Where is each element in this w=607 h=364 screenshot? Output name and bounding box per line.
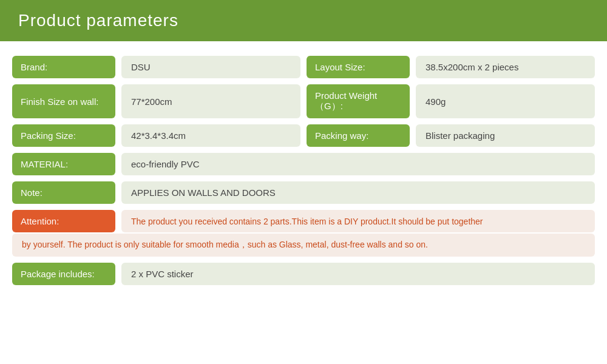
row-packing: Packing Size: 42*3.4*3.4cm Packing way: … — [12, 124, 595, 147]
value-note: APPLIES ON WALLS AND DOORS — [121, 181, 595, 204]
value-brand: DSU — [121, 56, 300, 78]
pair-packing-way: Packing way: Blister packaging — [307, 124, 595, 147]
label-attention: Attention: — [12, 210, 115, 232]
label-layout-size: Layout Size: — [307, 56, 410, 78]
page-title: Product parameters — [18, 11, 178, 30]
content: Brand: DSU Layout Size: 38.5x200cm x 2 p… — [0, 41, 607, 300]
pair-weight: Product Weight（G）: 490g — [307, 84, 595, 118]
label-finish-size: Finish Size on wall: — [12, 84, 115, 118]
row-package: Package includes: 2 x PVC sticker — [12, 263, 595, 285]
value-finish-size: 77*200cm — [121, 84, 300, 118]
pair-layout: Layout Size: 38.5x200cm x 2 pieces — [307, 56, 595, 78]
pair-brand: Brand: DSU — [12, 56, 300, 78]
parameters-grid: Brand: DSU Layout Size: 38.5x200cm x 2 p… — [12, 56, 595, 285]
label-packing-way: Packing way: — [307, 124, 410, 147]
row-brand: Brand: DSU Layout Size: 38.5x200cm x 2 p… — [12, 56, 595, 78]
value-package: 2 x PVC sticker — [121, 263, 595, 285]
row-finish-size: Finish Size on wall: 77*200cm Product We… — [12, 84, 595, 118]
row-material: MATERIAL: eco-friendly PVC — [12, 153, 595, 175]
pair-finish-size: Finish Size on wall: 77*200cm — [12, 84, 300, 118]
label-package: Package includes: — [12, 263, 115, 285]
row-attention-continuation: by yourself. The product is only suitabl… — [12, 236, 595, 257]
value-layout-size: 38.5x200cm x 2 pieces — [416, 56, 595, 78]
label-material: MATERIAL: — [12, 153, 115, 175]
value-weight: 490g — [416, 84, 595, 118]
value-attention-part1: The product you received contains 2 part… — [121, 210, 595, 232]
value-packing-way: Blister packaging — [416, 124, 595, 147]
label-weight: Product Weight（G）: — [307, 84, 410, 118]
row-note: Note: APPLIES ON WALLS AND DOORS — [12, 181, 595, 204]
value-packing-size: 42*3.4*3.4cm — [121, 124, 300, 147]
value-attention-part2: by yourself. The product is only suitabl… — [12, 234, 595, 257]
label-packing-size: Packing Size: — [12, 124, 115, 147]
value-material: eco-friendly PVC — [121, 153, 595, 175]
label-brand: Brand: — [12, 56, 115, 78]
pair-packing-size: Packing Size: 42*3.4*3.4cm — [12, 124, 300, 147]
row-attention: Attention: The product you received cont… — [12, 210, 595, 232]
header: Product parameters — [0, 0, 607, 41]
label-note: Note: — [12, 181, 115, 204]
